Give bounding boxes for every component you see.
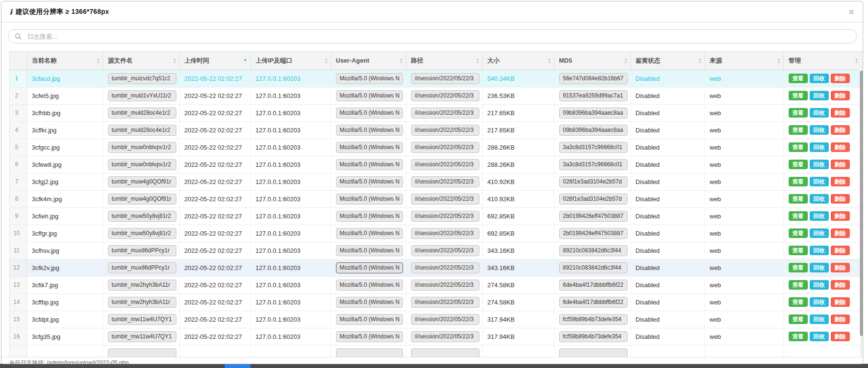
recycle-button[interactable]: 回收: [810, 74, 829, 83]
value-box[interactable]: /i/session/2022/05/22/3: [411, 211, 479, 222]
value-box[interactable]: Mozilla/5.0 (Windows N: [336, 331, 403, 342]
value-box[interactable]: Mozilla/5.0 (Windows N: [336, 159, 403, 170]
view-button[interactable]: 查看: [789, 228, 808, 238]
value-box[interactable]: [411, 348, 479, 357]
value-box[interactable]: Mozilla/5.0 (Windows N: [336, 228, 403, 239]
table-row[interactable]: 153cfdpt.jpgtumblr_mw11w4U7QY12022-05-22…: [10, 311, 861, 328]
recycle-button[interactable]: 回收: [810, 280, 829, 290]
value-box[interactable]: [108, 348, 176, 357]
value-box[interactable]: /i/session/2022/05/22/3: [411, 73, 479, 84]
value-box[interactable]: Mozilla/5.0 (Windows N: [336, 314, 403, 325]
value-box[interactable]: [336, 348, 403, 357]
table-row[interactable]: 23cfet5.jpgtumblr_muld1vYxU11r22022-05-2…: [10, 87, 861, 104]
table-row[interactable]: 43cffkr.jpgtumblr_muld28oc4e1r22022-05-2…: [10, 121, 861, 139]
delete-button[interactable]: 删除: [831, 314, 850, 324]
col-header-src[interactable]: 源文件名▲▼: [103, 52, 179, 70]
value-box[interactable]: Mozilla/5.0 (Windows N: [336, 90, 403, 101]
recycle-button[interactable]: 回收: [810, 177, 829, 186]
close-icon[interactable]: ×: [848, 7, 854, 17]
value-box[interactable]: Mozilla/5.0 (Windows N: [336, 211, 403, 222]
table-row[interactable]: 163cfg35.jpgtumblr_mw11w4U7QY12022-05-22…: [10, 328, 861, 345]
view-button[interactable]: 查看: [789, 297, 808, 307]
view-button[interactable]: 查看: [789, 194, 808, 204]
value-box[interactable]: 09b8396ba394aaec8aa: [559, 108, 628, 119]
delete-button[interactable]: 删除: [831, 228, 850, 238]
scrollbar-thumb[interactable]: [860, 71, 863, 336]
table-row[interactable]: 133cfik7.jpgtumblr_mw2hyh3bA11r2022-05-2…: [10, 276, 861, 293]
value-box[interactable]: /i/session/2022/05/22/3: [411, 176, 479, 187]
value-box[interactable]: /i/session/2022/05/22/3: [411, 159, 479, 170]
view-button[interactable]: 查看: [789, 280, 808, 290]
table-row[interactable]: 63cfew8.jpgtumblr_muw0nblvpv1r22022-05-2…: [10, 156, 861, 173]
col-header-status[interactable]: 鉴黄状态▲▼: [630, 52, 705, 70]
value-box[interactable]: 89210c083842d6c3f44: [559, 262, 628, 273]
col-header-ua[interactable]: User-Agent▲▼: [331, 52, 406, 70]
value-box[interactable]: tumblr_muw0nblvpv1r2: [108, 159, 176, 170]
table-row[interactable]: 123cfk2v.jpgtumblr_mux86dPPcy1r2022-05-2…: [10, 259, 861, 276]
delete-button[interactable]: 删除: [831, 280, 850, 290]
recycle-button[interactable]: 回收: [810, 332, 829, 341]
view-button[interactable]: 查看: [789, 211, 808, 221]
delete-button[interactable]: 删除: [831, 142, 850, 152]
value-box[interactable]: Mozilla/5.0 (Windows N: [336, 125, 403, 136]
delete-button[interactable]: 删除: [831, 74, 850, 83]
view-button[interactable]: 查看: [789, 246, 808, 255]
table-row[interactable]: 13cfacd.jpgtumblr_muizvdz7qS1r22022-05-2…: [10, 70, 861, 87]
value-box[interactable]: tumblr_muw50y8vj81r2: [108, 228, 176, 239]
view-button[interactable]: 查看: [789, 108, 808, 118]
delete-button[interactable]: 删除: [831, 297, 850, 307]
value-box[interactable]: fcf59b89b4b73defe354: [559, 314, 628, 325]
value-box[interactable]: /i/session/2022/05/22/3: [411, 314, 479, 325]
value-box[interactable]: /i/session/2022/05/22/3: [411, 90, 479, 101]
value-box[interactable]: /i/session/2022/05/22/3: [411, 142, 479, 153]
col-header-path[interactable]: 路径▲▼: [406, 52, 482, 70]
value-box[interactable]: /i/session/2022/05/22/3: [411, 245, 479, 256]
value-box[interactable]: 6de4ba4f17dbbbffb6f22: [559, 297, 628, 308]
value-box[interactable]: tumblr_muw0nblvpv1r2: [108, 142, 176, 153]
value-box[interactable]: tumblr_muw4g0QOf91r: [108, 194, 176, 205]
table-row[interactable]: 33cfhbb.jpgtumblr_muld28oc4e1r22022-05-2…: [10, 104, 861, 121]
table-row[interactable]: 53cfgcc.jpgtumblr_muw0nblvpv1r22022-05-2…: [10, 139, 861, 156]
value-box[interactable]: fcf59b89b4b73defe354: [559, 331, 628, 342]
view-button[interactable]: 查看: [789, 125, 808, 135]
value-box[interactable]: tumblr_mux86dPPcy1r: [108, 262, 176, 273]
value-box[interactable]: 09b8396ba394aaec8aa: [559, 125, 628, 136]
table-row[interactable]: 73cfgj2.jpgtumblr_muw4g0QOf91r2022-05-22…: [10, 173, 861, 190]
value-box[interactable]: 026f1e3ad3104e2b57d: [559, 194, 628, 205]
recycle-button[interactable]: 回收: [810, 108, 829, 118]
value-box[interactable]: /i/session/2022/05/22/3: [411, 331, 479, 342]
value-box[interactable]: /i/session/2022/05/22/3: [411, 262, 479, 273]
recycle-button[interactable]: 回收: [810, 142, 829, 152]
table-row[interactable]: [10, 345, 861, 357]
value-box[interactable]: tumblr_muw50y8vj81r2: [108, 211, 176, 222]
value-box[interactable]: Mozilla/5.0 (Windows N: [336, 176, 403, 187]
value-box[interactable]: Mozilla/5.0 (Windows N: [336, 245, 403, 256]
view-button[interactable]: 查看: [789, 177, 808, 186]
value-box[interactable]: 91537ea9259d99ac7a1: [559, 90, 628, 101]
value-box[interactable]: /i/session/2022/05/22/3: [411, 108, 479, 119]
value-box[interactable]: /i/session/2022/05/22/3: [411, 194, 479, 205]
recycle-button[interactable]: 回收: [810, 228, 829, 238]
value-box[interactable]: Mozilla/5.0 (Windows N: [336, 280, 403, 291]
value-box[interactable]: Mozilla/5.0 (Windows N: [336, 73, 403, 84]
value-box[interactable]: 56e747d084e82b16b67: [559, 73, 628, 84]
col-header-name[interactable]: 当前名称▲▼: [27, 52, 103, 70]
delete-button[interactable]: 删除: [831, 108, 850, 118]
col-header-ip[interactable]: 上传IP及端口▲▼: [250, 52, 331, 70]
col-header-manage[interactable]: 管理▲▼: [783, 52, 861, 70]
value-box[interactable]: 6de4ba4f17dbbbffb6f22: [559, 280, 628, 291]
value-box[interactable]: tumblr_mw11w4U7QY1: [108, 331, 176, 342]
value-box[interactable]: /i/session/2022/05/22/3: [411, 280, 479, 291]
value-box[interactable]: tumblr_mw2hyh3bA11r: [108, 280, 176, 291]
value-box[interactable]: Mozilla/5.0 (Windows N: [336, 108, 403, 119]
view-button[interactable]: 查看: [789, 332, 808, 341]
view-button[interactable]: 查看: [789, 74, 808, 83]
value-box[interactable]: 2b0199426eff47503887: [559, 211, 628, 222]
table-row[interactable]: 93cfieh.jpgtumblr_muw50y8vj81r22022-05-2…: [10, 207, 861, 225]
value-box[interactable]: 026f1e3ad3104e2b57d: [559, 176, 628, 187]
delete-button[interactable]: 删除: [831, 332, 850, 341]
search-input[interactable]: [26, 32, 851, 41]
value-box[interactable]: Mozilla/5.0 (Windows N: [336, 142, 403, 153]
delete-button[interactable]: 删除: [831, 125, 850, 135]
recycle-button[interactable]: 回收: [810, 125, 829, 135]
